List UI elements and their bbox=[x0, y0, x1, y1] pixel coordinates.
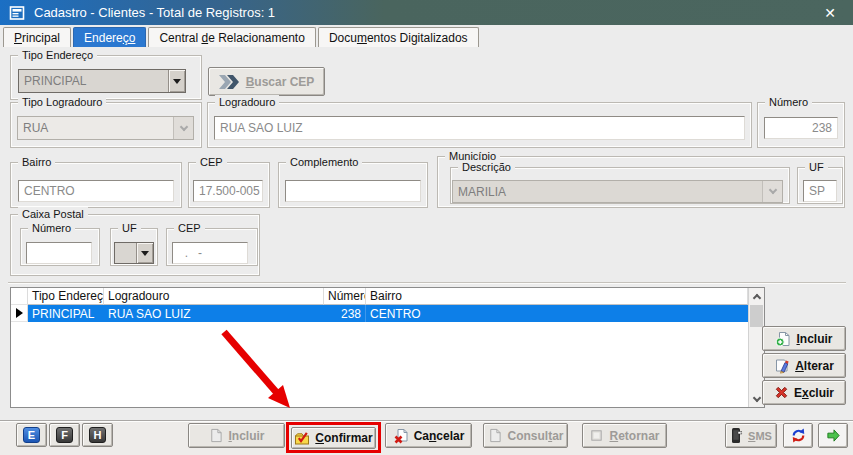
tipo-logradouro-label: Tipo Logradouro bbox=[18, 95, 106, 109]
alterar-label: Alterar bbox=[795, 359, 834, 373]
row-marker-icon bbox=[11, 305, 28, 322]
shortcut-f-button[interactable]: F bbox=[49, 423, 80, 447]
window-title: Cadastro - Clientes - Total de Registros… bbox=[34, 5, 275, 20]
edit-pencil-icon bbox=[774, 358, 790, 374]
tipo-endereco-label: Tipo Endereço bbox=[18, 48, 97, 62]
cp-uf-label: UF bbox=[118, 221, 141, 235]
document-icon bbox=[208, 428, 223, 443]
uf-label: UF bbox=[805, 160, 828, 174]
titlebar: Cadastro - Clientes - Total de Registros… bbox=[0, 0, 853, 25]
tab-bar: Principal Endereço Central de Relacionam… bbox=[3, 27, 479, 47]
cancel-x-icon bbox=[393, 428, 409, 444]
incluir-toolbar-label: Incluir bbox=[228, 429, 264, 443]
shortcut-h-button[interactable]: H bbox=[82, 423, 113, 447]
numero-field[interactable]: 238 bbox=[764, 117, 838, 139]
next-button[interactable] bbox=[818, 423, 848, 448]
uf-field[interactable]: SP bbox=[803, 180, 837, 202]
tipo-logradouro-combo[interactable]: RUA bbox=[17, 116, 194, 140]
incluir-toolbar-button[interactable]: Incluir bbox=[188, 423, 285, 448]
grid-header-row: Tipo Endereço Logradouro Número Bairro bbox=[11, 288, 748, 305]
buscar-cep-button[interactable]: Buscar CEP bbox=[208, 67, 325, 96]
grid-header-numero[interactable]: Número bbox=[324, 288, 366, 305]
logradouro-label: Logradouro bbox=[215, 95, 279, 109]
excluir-label: Excluir bbox=[794, 386, 834, 400]
cp-numero-label: Número bbox=[28, 221, 75, 235]
cep-label: CEP bbox=[196, 155, 227, 169]
e-badge-icon: E bbox=[23, 427, 40, 443]
logradouro-field[interactable]: RUA SAO LUIZ bbox=[214, 116, 745, 140]
confirmar-label: Confirmar bbox=[315, 431, 372, 445]
incluir-side-button[interactable]: Incluir bbox=[762, 326, 846, 351]
alterar-button[interactable]: Alterar bbox=[762, 353, 846, 378]
phone-icon bbox=[730, 427, 743, 444]
h-badge-icon: H bbox=[89, 427, 106, 443]
divider bbox=[8, 282, 846, 284]
cancelar-label: Cancelar bbox=[414, 429, 465, 443]
grid-header-logradouro[interactable]: Logradouro bbox=[104, 288, 324, 305]
cancelar-button[interactable]: Cancelar bbox=[385, 423, 472, 448]
close-icon[interactable]: ✕ bbox=[813, 0, 847, 25]
tipo-endereco-combo[interactable]: PRINCIPAL bbox=[18, 69, 186, 93]
grid-header-tipo-endereco[interactable]: Tipo Endereço bbox=[28, 288, 104, 305]
chevron-down-icon[interactable] bbox=[136, 243, 153, 263]
incluir-side-label: Incluir bbox=[796, 332, 832, 346]
shortcut-e-button[interactable]: E bbox=[16, 423, 47, 447]
caixa-postal-label: Caixa Postal bbox=[18, 207, 88, 221]
chevron-down-icon bbox=[173, 117, 193, 139]
consultar-label: Consultar bbox=[507, 429, 563, 443]
bairro-label: Bairro bbox=[18, 155, 55, 169]
tab-central-de-relacionamento[interactable]: Central de Relacionamento bbox=[148, 27, 315, 47]
excluir-button[interactable]: Excluir bbox=[762, 380, 846, 405]
tab-principal[interactable]: Principal bbox=[3, 27, 71, 47]
address-grid: Tipo Endereço Logradouro Número Bairro P… bbox=[10, 287, 765, 408]
complemento-label: Complemento bbox=[286, 155, 362, 169]
double-arrow-icon bbox=[219, 75, 241, 89]
add-document-icon bbox=[775, 331, 791, 347]
sms-label: SMS bbox=[748, 430, 772, 442]
numero-label: Número bbox=[765, 95, 812, 109]
green-arrow-right-icon bbox=[826, 428, 841, 443]
sms-button[interactable]: SMS bbox=[725, 423, 777, 448]
consultar-button[interactable]: Consultar bbox=[483, 423, 568, 448]
retornar-label: Retornar bbox=[609, 429, 659, 443]
grid-header-bairro[interactable]: Bairro bbox=[366, 288, 748, 305]
confirm-check-icon bbox=[294, 431, 310, 446]
cp-uf-combo[interactable] bbox=[114, 242, 154, 264]
cp-numero-field[interactable] bbox=[26, 242, 92, 264]
sync-button[interactable] bbox=[783, 423, 813, 448]
sync-arrows-icon bbox=[790, 427, 807, 444]
table-row[interactable]: PRINCIPAL RUA SAO LUIZ 238 CENTRO bbox=[11, 305, 748, 322]
cp-cep-label: CEP bbox=[174, 221, 205, 235]
cp-cep-field[interactable]: . - bbox=[172, 242, 248, 264]
buscar-cep-label: Buscar CEP bbox=[246, 75, 315, 89]
chevron-down-icon[interactable] bbox=[168, 70, 185, 92]
tab-endereco[interactable]: Endereço bbox=[73, 27, 146, 47]
retornar-button[interactable]: Retornar bbox=[582, 423, 667, 448]
f-badge-icon: F bbox=[56, 427, 73, 443]
complemento-field[interactable] bbox=[285, 180, 421, 202]
descricao-label: Descrição bbox=[458, 160, 515, 174]
tab-documentos-digitalizados[interactable]: Documentos Digitalizados bbox=[318, 27, 479, 47]
square-icon bbox=[589, 428, 604, 443]
cep-field[interactable]: 17.500-005 bbox=[193, 180, 263, 202]
red-x-icon bbox=[774, 385, 789, 400]
scrollbar-thumb[interactable] bbox=[750, 305, 763, 327]
app-icon bbox=[9, 5, 25, 21]
bairro-field[interactable]: CENTRO bbox=[18, 180, 174, 202]
confirmar-button[interactable]: Confirmar bbox=[291, 427, 376, 449]
window: Cadastro - Clientes - Total de Registros… bbox=[0, 0, 853, 455]
chevron-down-icon bbox=[762, 181, 782, 202]
municipio-combo[interactable]: MARILIA bbox=[452, 180, 783, 203]
document-icon bbox=[487, 428, 502, 443]
scroll-up-icon[interactable] bbox=[749, 288, 764, 304]
